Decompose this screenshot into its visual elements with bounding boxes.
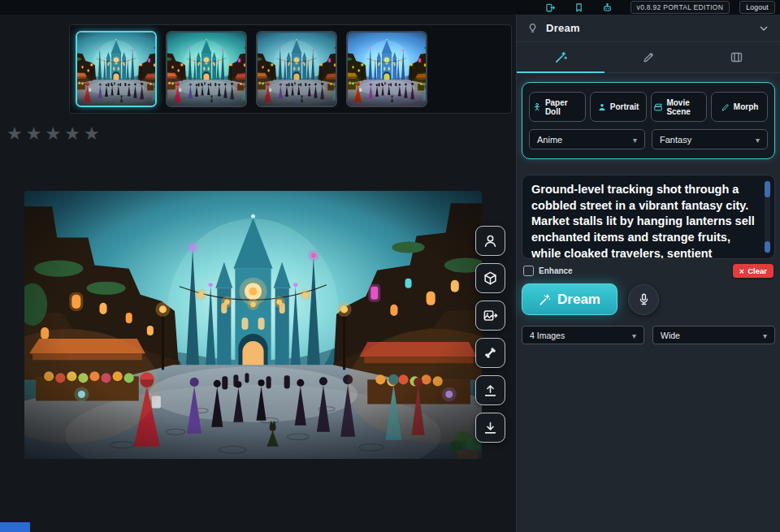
canvas-area: ★ ★ ★ ★ ★ (0, 15, 516, 532)
bulb-icon (526, 22, 539, 34)
star-icon[interactable]: ★ (84, 125, 100, 143)
image-export-icon (483, 308, 498, 323)
export-image-tool-button[interactable] (475, 301, 505, 331)
star-icon[interactable]: ★ (64, 125, 80, 143)
preset-buttons: Paper Doll Portrait Movie Scene (529, 92, 768, 122)
dream-panel: Dream (516, 15, 780, 532)
star-icon[interactable]: ★ (45, 125, 61, 143)
app-root: v0.8.92 PORTAL EDITION Logout ★ ★ ★ ★ ★ (0, 0, 780, 532)
prompt-text: Ground-level tracking shot through a cob… (531, 183, 755, 259)
storyboard-icon (730, 50, 743, 64)
pencil-icon (721, 102, 730, 112)
thumbnail-4[interactable] (346, 31, 427, 107)
tab-brush[interactable] (604, 42, 692, 72)
microphone-button[interactable] (628, 284, 659, 315)
wand-icon (554, 50, 568, 64)
enhance-label: Enhance (539, 266, 573, 275)
image-count-select[interactable]: 4 Images (522, 326, 644, 344)
upload-tool-button[interactable] (475, 375, 505, 405)
dream-button[interactable]: Dream (522, 283, 618, 315)
paper-doll-icon (532, 102, 542, 112)
output-selects: 4 Images Wide (522, 326, 775, 344)
dream-row: Dream (522, 283, 775, 315)
generation-filmstrip (69, 24, 512, 114)
star-icon[interactable]: ★ (6, 125, 23, 143)
close-icon (739, 266, 745, 275)
panel-title: Dream (546, 22, 580, 34)
tab-storyboard[interactable] (692, 42, 780, 72)
download-icon (483, 420, 498, 435)
image-tools (475, 226, 505, 443)
prompt-input[interactable]: Ground-level tracking shot through a cob… (522, 175, 775, 259)
theme-select[interactable]: Fantasy (652, 129, 768, 149)
tab-wand[interactable] (517, 42, 604, 72)
chevron-down-icon (632, 331, 636, 340)
chevron-down-icon (756, 135, 760, 145)
enhance-row: Enhance Clear (523, 264, 774, 278)
microphone-icon (637, 292, 651, 306)
panel-header: Dream (517, 15, 780, 42)
enhance-checkbox[interactable] (523, 266, 534, 276)
clear-button[interactable]: Clear (733, 264, 774, 278)
bone-tool-button[interactable] (475, 338, 505, 368)
rating-stars[interactable]: ★ ★ ★ ★ ★ (6, 125, 100, 143)
aspect-ratio-select[interactable]: Wide (652, 326, 775, 344)
style-select-value: Anime (537, 135, 562, 145)
chevron-down-icon (763, 331, 767, 340)
preset-movie-scene-button[interactable]: Movie Scene (651, 92, 708, 122)
preset-portrait-button[interactable]: Portrait (590, 92, 647, 122)
wand-icon (539, 293, 552, 306)
export-icon[interactable] (545, 2, 556, 13)
star-icon[interactable]: ★ (26, 125, 42, 143)
version-badge: v0.8.92 PORTAL EDITION (630, 1, 730, 15)
portrait-icon (597, 102, 607, 112)
cube-tool-button[interactable] (475, 263, 505, 293)
person-icon (483, 233, 498, 249)
scrollbar-bottom[interactable] (765, 241, 770, 253)
chevron-down-icon (633, 135, 637, 145)
bookmark-icon[interactable] (574, 2, 584, 13)
bottom-left-accent (0, 522, 30, 532)
aspect-ratio-value: Wide (661, 331, 680, 340)
generated-image (24, 191, 482, 459)
bot-icon[interactable] (602, 2, 613, 13)
top-bar: v0.8.92 PORTAL EDITION Logout (0, 0, 780, 15)
cube-icon (483, 270, 498, 286)
preset-paper-doll-button[interactable]: Paper Doll (529, 92, 586, 122)
thumbnail-3[interactable] (256, 31, 337, 107)
portrait-tool-button[interactable] (475, 226, 505, 256)
bone-icon (483, 345, 498, 361)
thumbnail-2[interactable] (166, 31, 247, 107)
theme-select-value: Fantasy (660, 135, 691, 145)
image-count-value: 4 Images (530, 331, 565, 340)
panel-tabs (517, 42, 780, 73)
clapperboard-icon (653, 102, 663, 112)
download-tool-button[interactable] (475, 413, 505, 443)
chevron-down-icon[interactable] (757, 22, 770, 35)
scrollbar-thumb[interactable] (765, 181, 770, 197)
preset-selects: Anime Fantasy (529, 129, 768, 149)
upload-icon (483, 383, 498, 398)
logout-button[interactable]: Logout (739, 1, 775, 15)
preset-morph-button[interactable]: Morph (711, 92, 768, 122)
preset-box: Paper Doll Portrait Movie Scene (522, 82, 775, 159)
prompt-scrollbar[interactable] (765, 180, 770, 253)
brush-icon (642, 50, 656, 64)
style-select[interactable]: Anime (529, 129, 645, 149)
thumbnail-1[interactable] (76, 31, 157, 107)
